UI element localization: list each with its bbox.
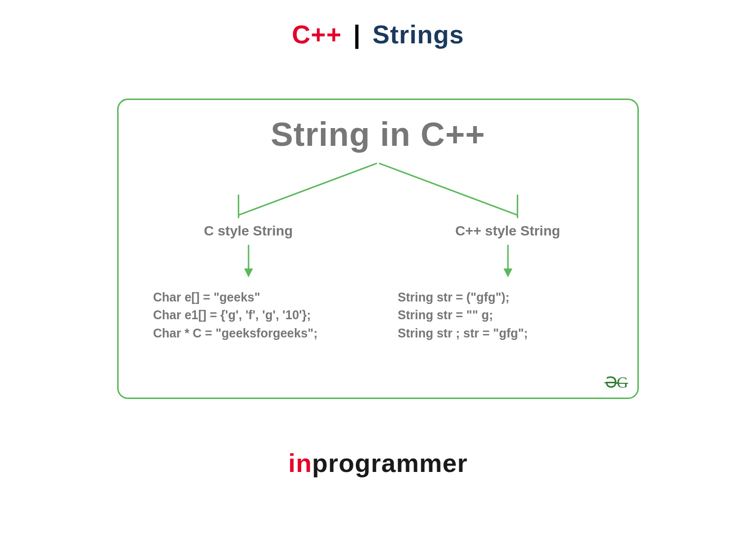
footer-logo: inprogrammer (0, 448, 756, 478)
footer-prefix: in (288, 449, 312, 477)
svg-marker-3 (504, 268, 512, 277)
svg-marker-1 (244, 268, 253, 277)
arrow-down-icon (241, 244, 256, 278)
branch-c-style: C style String Char e[] = "geeks" Char e… (119, 223, 378, 342)
page-title: C++ | Strings (0, 0, 756, 49)
title-cpp: C++ (292, 20, 342, 49)
diagram-container: String in C++ C style String Char e[] = … (117, 99, 639, 399)
arrow-down-icon (501, 244, 515, 278)
title-separator: | (353, 20, 361, 49)
branch-right-label: C++ style String (455, 223, 560, 239)
diagram-title: String in C++ (119, 115, 637, 153)
code-line: String str ; str = "gfg"; (398, 324, 528, 342)
code-block-left: Char e[] = "geeks" Char e1[] = {'g', 'f'… (153, 288, 317, 342)
code-line: Char e[] = "geeks" (153, 288, 317, 306)
code-block-right: String str = ("gfg"); String str = "" g;… (398, 288, 528, 342)
branch-left-label: C style String (204, 223, 292, 239)
attribution-logo: ƏG (605, 373, 628, 392)
branches-row: C style String Char e[] = "geeks" Char e… (119, 223, 637, 342)
code-line: Char e1[] = {'g', 'f', 'g', '10'}; (153, 306, 317, 324)
footer-rest: programmer (312, 449, 468, 477)
code-line: String str = ("gfg"); (398, 288, 528, 306)
branch-connector-icon (119, 160, 637, 219)
code-line: String str = "" g; (398, 306, 528, 324)
title-topic: Strings (373, 20, 464, 49)
branch-cpp-style: C++ style String String str = ("gfg"); S… (378, 223, 637, 342)
code-line: Char * C = "geeksforgeeks"; (153, 324, 317, 342)
